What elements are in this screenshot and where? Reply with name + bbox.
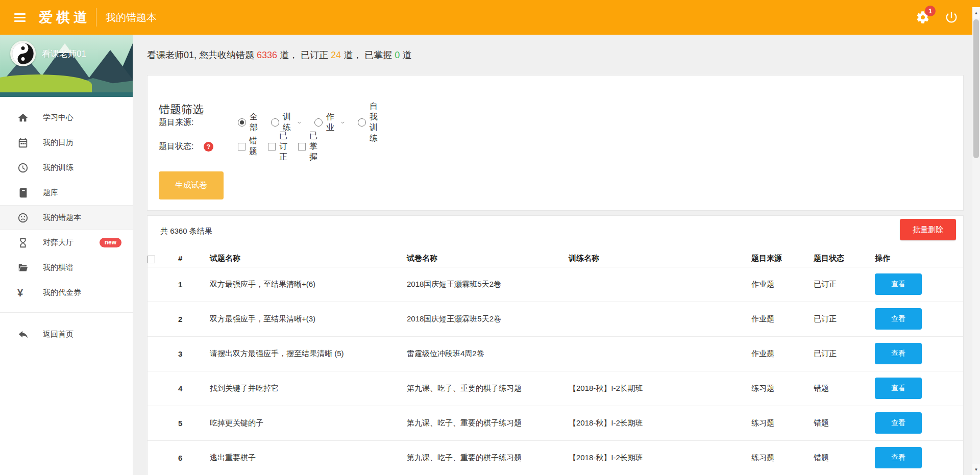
source-radio-option[interactable]: 自我训练 (358, 101, 378, 144)
sidebar-item-label: 返回首页 (43, 330, 74, 339)
view-button[interactable]: 查看 (875, 308, 922, 330)
status-checkbox-option[interactable]: 已掌握 (298, 131, 317, 163)
table-row: 1双方最强应手，至结果清晰+(6)2018国庆短王灏霖班5天2卷作业题已订正查看 (148, 267, 963, 302)
checkbox-icon[interactable] (238, 143, 246, 151)
paper-name: 雷霆级位冲段班4周2卷 (407, 336, 569, 371)
header-divider (96, 8, 96, 27)
checkbox-icon[interactable] (268, 143, 276, 151)
table-header-row: # 试题名称 试卷名称 训练名称 题目来源 题目状态 操作 (148, 251, 963, 267)
paper-name: 第九课、吃子、重要的棋子练习题 (407, 406, 569, 440)
question-name: 请摆出双方最强应手，摆至结果清晰 (5) (210, 336, 407, 371)
col-header-paper: 试卷名称 (407, 251, 569, 267)
radio-label: 自我训练 (370, 101, 378, 144)
page-title: 我的错题本 (106, 11, 157, 24)
scroll-down-button[interactable]: ▼ (972, 464, 980, 475)
view-button[interactable]: 查看 (875, 412, 922, 434)
scrollbar-thumb[interactable] (973, 19, 979, 158)
sidebar-item-learning-center[interactable]: 学习中心 (0, 105, 133, 130)
row-index: 2 (178, 302, 210, 336)
mastered-count: 0 (395, 50, 400, 60)
question-status: 已订正 (814, 336, 875, 371)
vertical-scrollbar[interactable]: ▲ ▼ (972, 7, 980, 475)
source-radio-option[interactable]: 作业 (314, 112, 345, 133)
return-icon (17, 329, 29, 340)
training-name: 【2018-秋】I-2长期班 (569, 371, 751, 406)
question-source: 作业题 (751, 336, 814, 371)
sad-face-icon (17, 212, 29, 223)
app-header: 爱棋道 我的错题本 1 (0, 0, 980, 35)
sidebar-item-label: 我的训练 (43, 163, 74, 172)
results-card: 共 6360 条结果 批量删除 # 试题名称 试卷名称 训练名称 题目来源 题目… (147, 215, 964, 475)
row-index: 3 (178, 336, 210, 371)
table-row: 2双方最强应手，至结果清晰+(3)2018国庆短王灏霖班5天2卷作业题已订正查看 (148, 302, 963, 336)
summary-line: 看课老师01, 您共收纳错题 6336 道， 已订正 24 道， 已掌握 0 道 (147, 49, 411, 61)
help-icon[interactable]: ? (204, 142, 213, 152)
status-checkbox-option[interactable]: 错题 (238, 136, 257, 157)
sidebar-item-my-wrong-questions[interactable]: 我的错题本 (0, 205, 133, 230)
sidebar-item-my-game-records[interactable]: 我的棋谱 (0, 255, 133, 280)
checkbox-label: 已掌握 (309, 131, 317, 163)
radio-icon[interactable] (358, 118, 366, 127)
paper-name: 2018国庆短王灏霖班5天2卷 (407, 302, 569, 336)
sidebar-item-label: 学习中心 (43, 113, 74, 122)
paper-name: 2018国庆短王灏霖班5天2卷 (407, 267, 569, 302)
user-profile: 看课老师01 (0, 35, 133, 97)
settings-button[interactable]: 1 (916, 10, 930, 24)
radio-icon[interactable] (238, 118, 246, 127)
menu-icon[interactable] (14, 13, 26, 22)
row-index: 4 (178, 371, 210, 406)
notification-badge: 1 (925, 6, 936, 16)
sidebar-item-my-training[interactable]: 我的训练 (0, 155, 133, 180)
batch-delete-button[interactable]: 批量删除 (900, 219, 956, 240)
results-count: 共 6360 条结果 (160, 227, 212, 236)
status-label: 题目状态: (159, 141, 204, 152)
book-icon (17, 187, 29, 198)
sidebar-item-my-calendar[interactable]: 我的日历 (0, 130, 133, 155)
table-row: 3请摆出双方最强应手，摆至结果清晰 (5)雷霆级位冲段班4周2卷作业题已订正查看 (148, 336, 963, 371)
view-button[interactable]: 查看 (875, 343, 922, 364)
question-status: 错题 (814, 406, 875, 440)
view-button[interactable]: 查看 (875, 378, 922, 399)
table-row: 5吃掉更关键的子第九课、吃子、重要的棋子练习题【2018-秋】I-2长期班练习题… (148, 406, 963, 440)
folder-icon (17, 262, 29, 273)
generate-paper-button[interactable]: 生成试卷 (159, 171, 224, 199)
radio-icon[interactable] (271, 118, 279, 127)
question-status: 错题 (814, 440, 875, 475)
summary-text: 看课老师01, 您共收纳错题 (147, 50, 257, 60)
sidebar: 看课老师01 学习中心我的日历我的训练题库我的错题本对弈大厅new我的棋谱¥我的… (0, 35, 133, 475)
radio-icon[interactable] (314, 118, 323, 127)
view-button[interactable]: 查看 (875, 447, 922, 468)
checkbox-icon[interactable] (298, 143, 306, 151)
col-header-action: 操作 (875, 251, 963, 267)
question-name: 双方最强应手，至结果清晰+(3) (210, 302, 407, 336)
col-header-training: 训练名称 (569, 251, 751, 267)
col-header-source: 题目来源 (751, 251, 814, 267)
sidebar-item-game-hall[interactable]: 对弈大厅new (0, 230, 133, 255)
table-row: 6逃出重要棋子第九课、吃子、重要的棋子练习题【2018-秋】I-2长期班练习题错… (148, 440, 963, 475)
sidebar-item-label: 我的错题本 (43, 213, 81, 222)
training-name: 【2018-秋】I-2长期班 (569, 440, 751, 475)
new-badge: new (100, 238, 121, 247)
sidebar-item-question-bank[interactable]: 题库 (0, 180, 133, 205)
question-name: 吃掉更关键的子 (210, 406, 407, 440)
select-all-checkbox[interactable] (148, 256, 155, 263)
training-name: 【2018-秋】I-2长期班 (569, 406, 751, 440)
yinyang-icon (12, 42, 34, 65)
view-button[interactable]: 查看 (875, 273, 922, 295)
sidebar-item-return-home[interactable]: 返回首页 (0, 322, 133, 347)
home-icon (17, 112, 29, 123)
status-checkbox-option[interactable]: 已订正 (268, 131, 287, 163)
sidebar-item-my-vouchers[interactable]: ¥我的代金券 (0, 280, 133, 305)
logout-button[interactable] (944, 10, 959, 24)
sidebar-item-label: 我的日历 (43, 138, 74, 147)
table-row: 4找到关键子并吃掉它第九课、吃子、重要的棋子练习题【2018-秋】I-2长期班练… (148, 371, 963, 406)
app-logo: 爱棋道 (39, 8, 91, 27)
question-source: 练习题 (751, 406, 814, 440)
paper-name: 第九课、吃子、重要的棋子练习题 (407, 371, 569, 406)
training-name (569, 336, 751, 371)
question-name: 双方最强应手，至结果清晰+(6) (210, 267, 407, 302)
avatar[interactable] (10, 41, 36, 66)
checkbox-label: 已订正 (279, 131, 287, 163)
scroll-up-button[interactable]: ▲ (972, 7, 980, 18)
training-name (569, 302, 751, 336)
